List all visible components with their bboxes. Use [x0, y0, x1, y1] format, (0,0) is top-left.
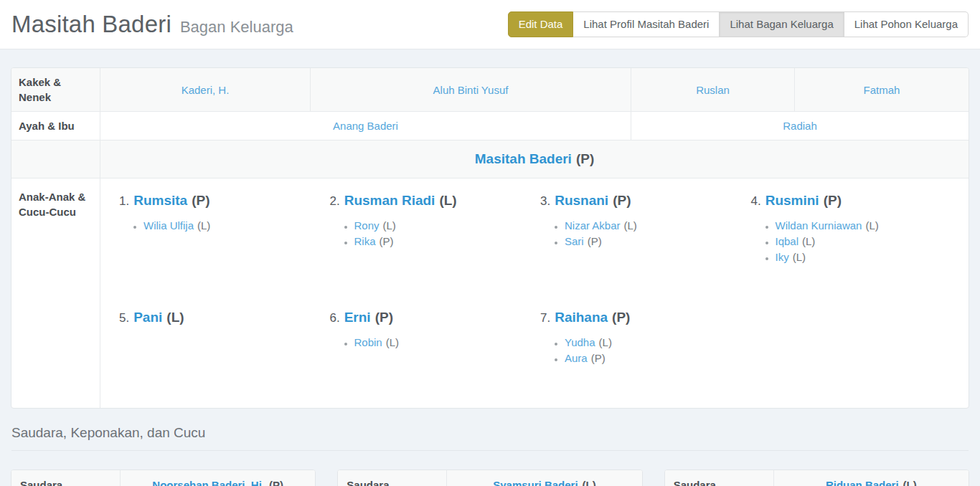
- sibling-table: Saudara Syamsuri Baderi (L) Keponakan & …: [337, 470, 642, 486]
- grandchild-link[interactable]: Iky: [776, 251, 789, 263]
- view-profile-button[interactable]: Lihat Profil Masitah Baderi: [573, 11, 720, 37]
- child-name-link[interactable]: Erni: [344, 310, 371, 325]
- child-name-link[interactable]: Rusnani: [555, 193, 608, 208]
- sibling-header-row: Saudara Noorsehan Baderi, Hj. (P): [11, 470, 315, 486]
- child-block: 2.Rusman Riadi(L) Rony(L) Rika(P): [330, 191, 541, 281]
- grandchild-gender: (L): [197, 219, 210, 232]
- child-gender: (L): [439, 193, 456, 208]
- view-family-tree-button[interactable]: Lihat Pohon Keluarga: [844, 11, 969, 37]
- grandmother-maternal-link[interactable]: Fatmah: [864, 84, 900, 96]
- self-row: Masitah Baderi (P): [11, 140, 969, 178]
- child-gender: (L): [166, 310, 184, 325]
- grandchild-link[interactable]: Yudha: [565, 336, 595, 348]
- grandchild-link[interactable]: Wildan Kurniawan: [776, 219, 862, 232]
- child-header: 5.Pani(L): [119, 308, 330, 328]
- father-cell: Anang Baderi: [100, 112, 631, 140]
- grandchild-gender: (L): [624, 219, 637, 232]
- page-title-group: Masitah Baderi Bagan Keluarga: [11, 11, 293, 38]
- child-gender: (P): [613, 193, 631, 208]
- grandchildren-list: Wildan Kurniawan(L) Iqbal(L) Iky(L): [776, 218, 962, 265]
- grandparents-label: Kakek & Nenek: [11, 68, 100, 111]
- child-number: 1.: [119, 194, 129, 208]
- grandchildren-list: Wilia Ulfija(L): [143, 218, 330, 234]
- grandparent-cell: Aluh Binti Yusuf: [310, 68, 631, 111]
- child-header: 6.Erni(P): [330, 308, 541, 328]
- father-link[interactable]: Anang Baderi: [333, 120, 398, 132]
- grandchild-link[interactable]: Rika: [354, 235, 376, 247]
- grandchildren-list: Rony(L) Rika(P): [354, 218, 541, 249]
- grandchild-gender: (L): [865, 219, 878, 232]
- child-name-link[interactable]: Raihana: [555, 310, 608, 325]
- grandchild-item: Iqbal(L): [776, 234, 962, 249]
- sibling-header-row: Saudara Riduan Baderi (L): [665, 470, 969, 486]
- grandchild-item: Rony(L): [354, 218, 541, 234]
- sibling-label: Saudara: [11, 470, 120, 486]
- child-name-link[interactable]: Rusman Riadi: [344, 193, 435, 208]
- grandparent-cell: Kaderi, H.: [100, 68, 310, 111]
- sibling-tables: Saudara Noorsehan Baderi, Hj. (P) Kepona…: [11, 470, 969, 486]
- grandchild-link[interactable]: Sari: [565, 235, 584, 247]
- grandchild-gender: (P): [591, 352, 606, 364]
- grandchildren-list: Robin(L): [354, 335, 541, 351]
- child-number: 7.: [540, 311, 550, 325]
- edit-data-button[interactable]: Edit Data: [508, 11, 574, 37]
- child-header: 4.Rusmini(P): [751, 191, 962, 211]
- grandchild-link[interactable]: Nizar Akbar: [565, 219, 621, 232]
- grandchild-item: Aura(P): [565, 351, 751, 366]
- child-number: 3.: [540, 194, 550, 208]
- grandchild-item: Nizar Akbar(L): [565, 218, 751, 234]
- grandchild-gender: (L): [599, 336, 612, 348]
- child-name-link[interactable]: Pani: [133, 310, 162, 325]
- grandchild-gender: (P): [588, 235, 602, 247]
- child-number: 6.: [330, 311, 340, 325]
- parents-label: Ayah & Ibu: [11, 112, 100, 140]
- child-block: 4.Rusmini(P) Wildan Kurniawan(L) Iqbal(L…: [751, 191, 962, 281]
- sibling-label: Saudara: [665, 470, 773, 486]
- sibling-gender: (L): [903, 479, 917, 486]
- grandfather-paternal-link[interactable]: Kaderi, H.: [182, 84, 230, 96]
- grandchild-link[interactable]: Aura: [565, 352, 588, 364]
- grandfather-maternal-link[interactable]: Ruslan: [696, 84, 730, 96]
- mother-link[interactable]: Radiah: [783, 120, 817, 132]
- siblings-section-heading: Saudara, Keponakan, dan Cucu: [11, 425, 969, 451]
- child-name-link[interactable]: Rumsita: [133, 193, 187, 208]
- grandchild-gender: (P): [380, 235, 394, 247]
- grandchild-item: Wildan Kurniawan(L): [776, 218, 962, 234]
- header-button-group: Edit Data Lihat Profil Masitah Baderi Li…: [508, 11, 969, 37]
- grandchild-link[interactable]: Wilia Ulfija: [143, 219, 194, 232]
- child-block: 5.Pani(L): [119, 308, 330, 398]
- child-number: 5.: [119, 311, 129, 325]
- child-number: 4.: [751, 194, 761, 208]
- grandmother-paternal-link[interactable]: Aluh Binti Yusuf: [433, 84, 509, 96]
- sibling-name-link[interactable]: Riduan Baderi: [826, 479, 899, 486]
- sibling-gender: (L): [583, 479, 596, 486]
- grandchild-item: Iky(L): [776, 249, 962, 265]
- sibling-name-link[interactable]: Syamsuri Baderi: [493, 479, 578, 486]
- page-title: Masitah Baderi: [11, 11, 171, 38]
- sibling-header-row: Saudara Syamsuri Baderi (L): [338, 470, 641, 486]
- sibling-name-cell: Noorsehan Baderi, Hj. (P): [120, 470, 315, 486]
- page-subtitle: Bagan Keluarga: [180, 18, 293, 37]
- grandchild-item: Rika(P): [354, 234, 541, 249]
- grandchild-link[interactable]: Robin: [354, 336, 382, 348]
- children-grid: 1.Rumsita(P) Wilia Ulfija(L) 2.Rusman Ri…: [119, 191, 961, 398]
- child-block: 6.Erni(P) Robin(L): [330, 308, 541, 398]
- child-gender: (P): [192, 193, 209, 208]
- child-name-link[interactable]: Rusmini: [765, 193, 819, 208]
- child-gender: (P): [612, 310, 630, 325]
- grandchild-item: Robin(L): [354, 335, 541, 351]
- grandchildren-list: Nizar Akbar(L) Sari(P): [565, 218, 751, 249]
- child-header: 2.Rusman Riadi(L): [330, 191, 541, 211]
- view-family-chart-button[interactable]: Lihat Bagan Keluarga: [720, 11, 844, 37]
- grandchild-link[interactable]: Iqbal: [776, 235, 799, 247]
- child-block: 7.Raihana(P) Yudha(L) Aura(P): [540, 308, 751, 398]
- self-name-link[interactable]: Masitah Baderi: [475, 151, 572, 167]
- grandchild-item: Sari(P): [565, 234, 751, 249]
- child-header: 7.Raihana(P): [540, 308, 751, 328]
- grandchild-link[interactable]: Rony: [354, 219, 380, 232]
- child-block: 3.Rusnani(P) Nizar Akbar(L) Sari(P): [540, 191, 751, 281]
- parents-row: Ayah & Ibu Anang Baderi Radiah: [11, 111, 969, 140]
- grandchild-gender: (L): [802, 235, 815, 247]
- self-cell: Masitah Baderi (P): [100, 140, 969, 178]
- sibling-name-link[interactable]: Noorsehan Baderi, Hj.: [152, 479, 265, 486]
